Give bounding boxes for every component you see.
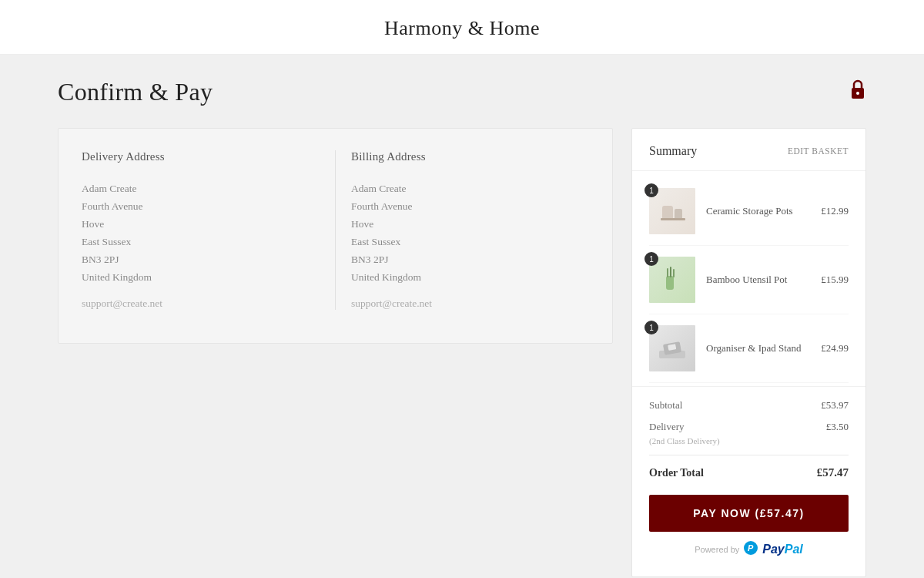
svg-rect-4	[661, 218, 685, 220]
delivery-name: Adam Create	[82, 180, 320, 198]
order-total-value: £57.47	[817, 466, 849, 479]
order-item: 1 Bamboo Utensil Pot £1	[649, 246, 849, 314]
pay-now-button[interactable]: PAY NOW (£57.47)	[649, 495, 849, 532]
billing-county: East Sussex	[351, 234, 589, 251]
address-panel: Delivery Address Adam Create Fourth Aven…	[58, 128, 613, 344]
billing-email: support@create.net	[351, 297, 589, 310]
svg-rect-7	[670, 267, 671, 277]
page-title: Confirm & Pay	[58, 78, 213, 106]
order-items: 1 Ceramic Storage Pots £12.99	[632, 171, 865, 383]
summary-header: Summary EDIT BASKET	[632, 129, 865, 171]
order-total-label: Order Total	[649, 467, 704, 479]
delivery-value: £3.50	[826, 421, 849, 433]
delivery-country: United Kingdom	[82, 269, 320, 287]
item-image-wrap: 1	[649, 257, 695, 303]
item-badge: 1	[644, 183, 658, 197]
subtotal-value: £53.97	[821, 399, 849, 412]
summary-title: Summary	[649, 144, 697, 158]
lock-icon	[849, 79, 866, 106]
paypal-icon: P	[744, 541, 758, 558]
item-price: £12.99	[821, 205, 849, 217]
paypal-row: Powered by P PayPal	[649, 532, 849, 564]
svg-rect-3	[675, 209, 682, 220]
order-item: 1 Organiser & Ipad Stand £24.99	[649, 314, 849, 383]
delivery-label-wrap: Delivery (2nd Class Delivery)	[649, 419, 720, 447]
item-name: Organiser & Ipad Stand	[706, 342, 813, 355]
billing-address-heading: Billing Address	[351, 150, 589, 163]
billing-name: Adam Create	[351, 180, 589, 198]
delivery-street: Fourth Avenue	[82, 198, 320, 216]
item-badge: 1	[644, 252, 658, 266]
item-name: Ceramic Storage Pots	[706, 205, 813, 218]
billing-address-col: Billing Address Adam Create Fourth Avenu…	[335, 150, 589, 310]
delivery-email: support@create.net	[82, 297, 320, 310]
delivery-postcode: BN3 2PJ	[82, 251, 320, 269]
billing-country: United Kingdom	[351, 269, 589, 287]
svg-text:P: P	[748, 543, 754, 553]
pay-section: PAY NOW (£57.47) Powered by P PayPal	[632, 479, 865, 576]
delivery-city: Hove	[82, 216, 320, 234]
item-price: £15.99	[821, 274, 849, 286]
edit-basket-link[interactable]: EDIT BASKET	[788, 146, 849, 156]
svg-rect-6	[667, 268, 668, 277]
item-badge: 1	[644, 321, 658, 334]
item-price: £24.99	[821, 342, 849, 355]
main-content: Confirm & Pay Delivery Address Adam Crea…	[42, 55, 882, 578]
item-image-wrap: 1	[649, 325, 695, 371]
subtotal-row: Subtotal £53.97	[649, 399, 849, 412]
svg-rect-8	[673, 269, 675, 277]
item-image-wrap: 1	[649, 188, 695, 234]
svg-rect-5	[666, 276, 674, 290]
svg-point-1	[856, 92, 859, 95]
billing-city: Hove	[351, 216, 589, 234]
delivery-address-heading: Delivery Address	[82, 150, 320, 163]
powered-by-text: Powered by	[695, 545, 739, 554]
site-header: Harmony & Home	[0, 0, 924, 55]
delivery-row: Delivery (2nd Class Delivery) £3.50	[649, 419, 849, 447]
order-total-row: Order Total £57.47	[649, 455, 849, 479]
billing-street: Fourth Avenue	[351, 198, 589, 216]
delivery-county: East Sussex	[82, 234, 320, 251]
paypal-text: PayPal	[762, 543, 802, 556]
svg-rect-2	[662, 206, 673, 220]
delivery-address-col: Delivery Address Adam Create Fourth Aven…	[82, 150, 335, 310]
page-wrapper: Harmony & Home Confirm & Pay Deli	[0, 0, 924, 578]
summary-panel: Summary EDIT BASKET 1	[631, 128, 866, 577]
address-columns: Delivery Address Adam Create Fourth Aven…	[82, 150, 589, 310]
item-name: Bamboo Utensil Pot	[706, 274, 813, 287]
site-title: Harmony & Home	[0, 17, 924, 40]
page-title-row: Confirm & Pay	[58, 78, 866, 106]
summary-totals: Subtotal £53.97 Delivery (2nd Class Deli…	[632, 386, 865, 479]
order-item: 1 Ceramic Storage Pots £12.99	[649, 177, 849, 246]
content-row: Delivery Address Adam Create Fourth Aven…	[58, 128, 866, 577]
delivery-sublabel: (2nd Class Delivery)	[649, 436, 720, 445]
subtotal-label: Subtotal	[649, 399, 682, 412]
billing-postcode: BN3 2PJ	[351, 251, 589, 269]
delivery-label: Delivery	[649, 421, 684, 432]
